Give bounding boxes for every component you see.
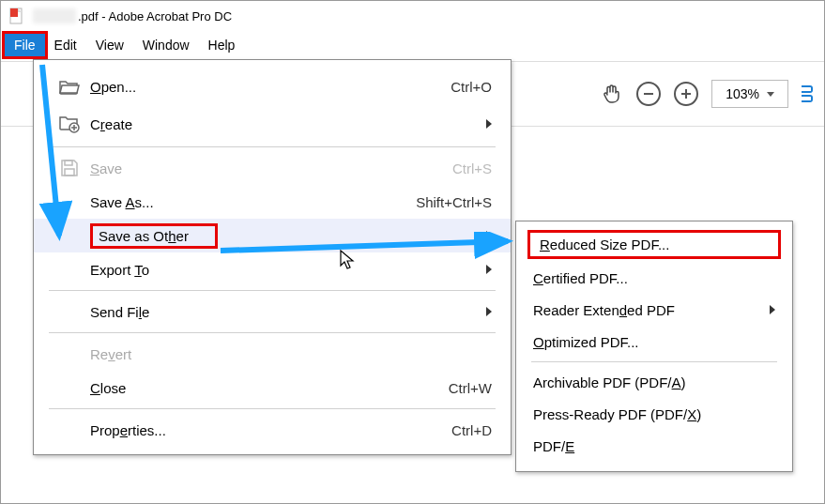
save-as-other-submenu: Reduced Size PDF... Certified PDF... Rea… (515, 221, 793, 472)
zoom-out-button[interactable] (636, 82, 661, 106)
pdf-file-icon (8, 8, 25, 24)
menubar-file[interactable]: File (2, 31, 48, 59)
menubar-view[interactable]: View (86, 34, 133, 56)
separator (49, 290, 496, 291)
mouse-cursor-icon (339, 249, 356, 271)
shortcut: Ctrl+O (451, 79, 492, 95)
svg-rect-3 (685, 89, 687, 99)
submenu-optimized-pdf[interactable]: Optimized PDF... (516, 326, 792, 358)
zoom-in-button[interactable] (674, 82, 698, 106)
file-menu-properties[interactable]: Properties... Ctrl+D (34, 413, 511, 447)
pan-hand-icon[interactable] (601, 83, 623, 105)
submenu-press-ready-pdf[interactable]: Press-Ready PDF (PDF/X) (516, 398, 792, 430)
zoom-level-select[interactable]: 103% (711, 80, 788, 108)
submenu-archivable-pdf[interactable]: Archivable PDF (PDF/A) (516, 366, 792, 398)
file-menu-open[interactable]: Open... Ctrl+O (34, 68, 511, 105)
file-menu-save: Save Ctrl+S (34, 151, 511, 185)
menubar: File Edit View Window Help (1, 31, 824, 59)
submenu-arrow-icon (770, 305, 775, 314)
file-menu-close[interactable]: Close Ctrl+W (34, 371, 511, 405)
folder-add-icon (49, 114, 90, 134)
submenu-reader-extended-pdf[interactable]: Reader Extended PDF (516, 294, 792, 326)
zoom-value: 103% (726, 86, 759, 101)
fit-icon[interactable] (802, 85, 813, 102)
file-menu-send-file[interactable]: Send File (34, 295, 511, 328)
folder-open-icon (49, 77, 90, 96)
file-menu-save-as[interactable]: Save As... Shift+Ctrl+S (34, 185, 511, 219)
title-bar: .pdf - Adobe Acrobat Pro DC (1, 1, 824, 31)
filename-redacted (33, 8, 76, 23)
submenu-arrow-icon (486, 265, 492, 274)
toolbar-right-group: 103% (601, 61, 813, 127)
menubar-help[interactable]: Help (199, 34, 245, 56)
svg-rect-1 (644, 93, 653, 95)
submenu-pdf-e[interactable]: PDF/E (516, 430, 792, 462)
file-menu-save-as-other[interactable]: Save as Other (34, 219, 511, 252)
file-menu-revert: Revert (34, 337, 511, 371)
file-menu: Open... Ctrl+O Create Save Ctrl+S Save A… (33, 59, 512, 455)
separator (531, 361, 777, 362)
submenu-arrow-icon (486, 307, 492, 316)
chevron-down-icon (767, 92, 774, 97)
submenu-certified-pdf[interactable]: Certified PDF... (516, 262, 792, 294)
submenu-reduced-size-pdf[interactable]: Reduced Size PDF... (536, 237, 772, 252)
separator (49, 146, 496, 147)
separator (49, 332, 496, 333)
submenu-arrow-icon (486, 231, 492, 240)
menubar-edit[interactable]: Edit (45, 34, 86, 56)
file-menu-export-to[interactable]: Export To (34, 252, 511, 286)
save-disk-icon (49, 158, 90, 178)
window-title: .pdf - Adobe Acrobat Pro DC (78, 9, 232, 23)
svg-rect-6 (65, 169, 74, 176)
file-menu-create[interactable]: Create (34, 105, 511, 143)
highlight-box: Reduced Size PDF... (527, 230, 781, 259)
submenu-arrow-icon (486, 119, 492, 129)
separator (49, 408, 496, 409)
menubar-window[interactable]: Window (133, 34, 199, 56)
svg-rect-5 (65, 160, 72, 165)
